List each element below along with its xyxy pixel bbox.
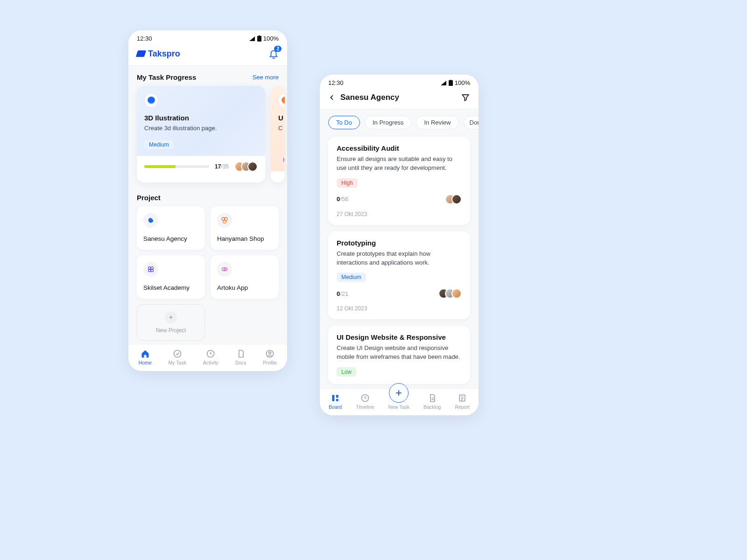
priority-badge: Medium: [337, 273, 366, 282]
see-more-link[interactable]: See more: [253, 74, 279, 81]
project-grid: Sanesu Agency Hanyaman Shop Skilset Acad…: [128, 206, 287, 347]
notifications-button[interactable]: 2: [268, 49, 279, 59]
svg-point-5: [223, 220, 226, 223]
plus-icon: [394, 388, 403, 398]
priority-badge: Low: [337, 367, 356, 377]
priority-badge: H: [278, 155, 285, 165]
nav-activity[interactable]: Activity: [203, 349, 218, 365]
task-date: 12 Okt 2023: [337, 305, 462, 312]
task-card[interactable]: UI Design Website & Responsive Create UI…: [328, 326, 470, 384]
nav-backlog[interactable]: Backlog: [423, 393, 441, 410]
status-right: 100%: [440, 79, 470, 86]
tab-done[interactable]: Done: [464, 116, 479, 129]
bottom-nav: Home My Task Activity Docs Profile: [128, 344, 287, 371]
back-button[interactable]: [328, 94, 336, 101]
tab-todo[interactable]: To Do: [328, 116, 360, 129]
nav-my-task[interactable]: My Task: [169, 349, 186, 365]
signal-icon: [249, 36, 255, 42]
check-circle-icon: [173, 349, 182, 358]
bottom-nav: Board Timeline New Task Backlog Report: [320, 388, 479, 415]
task-card-peek[interactable]: U C H: [271, 86, 285, 182]
progress-count: 17/35: [215, 163, 229, 170]
status-time: 12:30: [137, 35, 152, 42]
page-header: Sanesu Agency: [320, 89, 479, 109]
task-progress-cards[interactable]: 3D Ilustration Create 3d illustration pa…: [128, 86, 287, 191]
project-title: Project: [137, 194, 161, 202]
project-name: Sanesu Agency: [143, 235, 198, 242]
svg-point-6: [148, 267, 151, 269]
new-project-button[interactable]: New Project: [137, 304, 205, 341]
svg-rect-0: [257, 36, 261, 42]
task-progress-header: My Task Progress See more: [128, 66, 287, 86]
report-icon: [458, 393, 467, 403]
nav-timeline[interactable]: Timeline: [356, 393, 374, 410]
task-card[interactable]: Accessibility Audit Ensure all designs a…: [328, 137, 470, 225]
svg-rect-18: [332, 395, 334, 401]
project-card[interactable]: Artoku App: [211, 255, 279, 299]
project-header: Project: [128, 191, 287, 206]
task-description: Create UI Design website and responsive …: [337, 344, 462, 362]
page-title: Sanesu Agency: [340, 93, 456, 102]
notification-count-badge: 2: [274, 46, 282, 52]
project-card[interactable]: Sanesu Agency: [137, 206, 205, 250]
avatar: [247, 161, 258, 172]
status-bar: 12:30 100%: [128, 30, 287, 45]
assignee-avatars[interactable]: [445, 194, 462, 204]
task-title: UI Design Website & Responsive: [337, 333, 462, 341]
svg-rect-20: [336, 399, 338, 401]
task-card[interactable]: 3D Ilustration Create 3d illustration pa…: [137, 86, 265, 182]
svg-rect-16: [449, 80, 453, 86]
battery-icon: [449, 80, 453, 86]
nav-report[interactable]: Report: [455, 393, 470, 410]
tab-in-review[interactable]: In Review: [416, 116, 458, 129]
status-tabs: To Do In Progress In Review Done: [320, 109, 479, 136]
svg-point-7: [151, 267, 153, 269]
svg-point-8: [148, 269, 151, 272]
project-card[interactable]: Skilset Academy: [137, 255, 205, 299]
avatar: [451, 288, 462, 299]
task-card[interactable]: Prototyping Create prototypes that expla…: [328, 231, 470, 320]
plus-icon: [165, 311, 177, 323]
home-screen: 12:30 100% Takspro 2 My Task Progress Se…: [128, 30, 287, 371]
user-icon: [265, 349, 275, 358]
priority-badge: High: [337, 178, 358, 188]
status-time: 12:30: [328, 79, 344, 86]
brand-name: Takspro: [148, 49, 180, 59]
assignee-avatars[interactable]: [234, 161, 258, 172]
status-right: 100%: [249, 35, 279, 42]
avatar: [451, 194, 462, 204]
board-icon: [331, 393, 340, 403]
task-progress-title: My Task Progress: [137, 73, 196, 81]
project-card[interactable]: Hanyaman Shop: [211, 206, 279, 250]
project-name: Skilset Academy: [143, 284, 198, 291]
nav-profile[interactable]: Profile: [263, 349, 277, 365]
filter-button[interactable]: [461, 93, 470, 102]
nav-home[interactable]: Home: [139, 349, 152, 365]
project-icon: [143, 262, 158, 277]
project-icon: [217, 262, 232, 277]
nav-docs[interactable]: Docs: [235, 349, 247, 365]
new-task-fab[interactable]: [389, 383, 409, 403]
task-title: Accessibility Audit: [337, 144, 462, 152]
document-icon: [428, 393, 437, 403]
nav-board[interactable]: Board: [329, 393, 342, 410]
document-icon: [236, 349, 246, 358]
battery-icon: [257, 35, 261, 42]
nav-new-task[interactable]: New Task: [388, 393, 409, 410]
chevron-left-icon: [328, 94, 336, 101]
app-brand[interactable]: Takspro: [137, 49, 180, 59]
progress-count: 0/21: [337, 290, 348, 297]
brand-logo-icon: [136, 50, 147, 57]
signal-icon: [440, 80, 447, 86]
project-name: Hanyaman Shop: [217, 235, 272, 242]
tab-in-progress[interactable]: In Progress: [365, 116, 411, 129]
priority-badge: Medium: [144, 140, 174, 149]
task-description: Create prototypes that explain how inter…: [337, 250, 462, 267]
battery-percent: 100%: [263, 35, 279, 42]
task-date: 27 Okt 2023: [337, 211, 462, 217]
task-title: Prototyping: [337, 239, 462, 247]
task-list[interactable]: Accessibility Audit Ensure all designs a…: [320, 136, 479, 415]
assignee-avatars[interactable]: [438, 288, 462, 299]
project-badge-icon: [278, 93, 285, 107]
clock-icon: [206, 349, 215, 358]
